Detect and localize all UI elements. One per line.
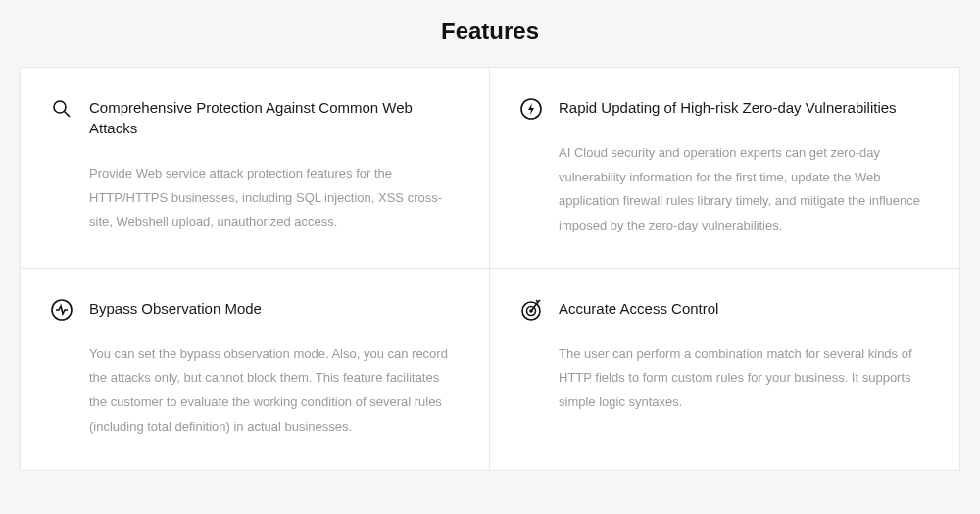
feature-card: Rapid Updating of High-risk Zero-day Vul… xyxy=(490,68,959,269)
feature-description: AI Cloud security and operation experts … xyxy=(559,141,930,238)
feature-body: Rapid Updating of High-risk Zero-day Vul… xyxy=(559,97,930,238)
svg-point-0 xyxy=(54,101,66,113)
lightning-circle-icon xyxy=(519,97,543,121)
feature-title: Rapid Updating of High-risk Zero-day Vul… xyxy=(559,97,930,118)
feature-body: Accurate Access Control The user can per… xyxy=(559,298,930,415)
feature-body: Comprehensive Protection Against Common … xyxy=(89,97,460,234)
feature-description: The user can perform a combination match… xyxy=(559,342,930,415)
features-grid: Comprehensive Protection Against Common … xyxy=(20,67,960,471)
feature-title: Comprehensive Protection Against Common … xyxy=(89,97,460,138)
feature-description: Provide Web service attack protection fe… xyxy=(89,162,460,234)
feature-body: Bypass Observation Mode You can set the … xyxy=(89,298,460,439)
target-arrow-icon xyxy=(519,298,543,322)
feature-card: Bypass Observation Mode You can set the … xyxy=(21,269,490,470)
feature-card: Accurate Access Control The user can per… xyxy=(490,269,959,470)
feature-title: Bypass Observation Mode xyxy=(89,298,460,319)
activity-circle-icon xyxy=(50,298,74,322)
feature-title: Accurate Access Control xyxy=(559,298,930,319)
feature-description: You can set the bypass observation mode.… xyxy=(89,342,460,439)
page-title: Features xyxy=(0,0,980,67)
wrench-refresh-icon xyxy=(50,97,74,121)
feature-card: Comprehensive Protection Against Common … xyxy=(21,68,490,269)
